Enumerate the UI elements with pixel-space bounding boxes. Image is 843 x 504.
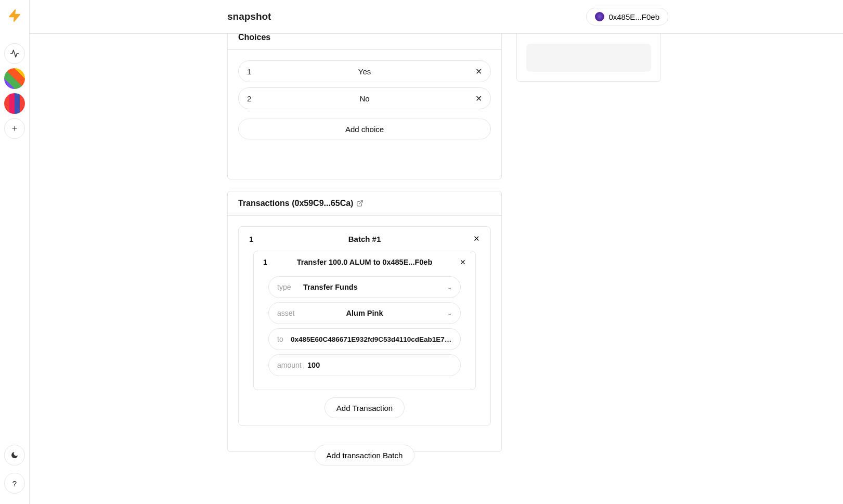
transactions-title: Transactions (0x59C9...65Ca) <box>238 199 353 208</box>
amount-input[interactable]: amount 100 <box>268 354 461 376</box>
transactions-card: Transactions (0x59C9...65Ca) 1 Batch #1 … <box>227 191 502 452</box>
amount-label: amount <box>277 361 303 369</box>
dark-mode-toggle[interactable] <box>4 445 25 466</box>
transfer-index: 1 <box>263 258 267 266</box>
choice-label: Yes <box>239 67 490 76</box>
add-transaction-button[interactable]: Add Transaction <box>325 397 405 418</box>
choice-row-1[interactable]: 1 Yes ✕ <box>238 60 491 82</box>
topbar: snapshot 0x485E...F0eb <box>30 0 843 34</box>
add-space-button[interactable] <box>4 118 25 139</box>
amount-value: 100 <box>307 361 320 369</box>
chevron-down-icon: ⌄ <box>447 310 452 317</box>
batch-index: 1 <box>249 235 253 243</box>
batch-container: 1 Batch #1 ✕ 1 Transfer 100.0 ALUM to 0x… <box>238 226 491 426</box>
svg-line-3 <box>359 201 362 204</box>
to-value: 0x485E60C486671E932fd9C53d4110cdEab1E7F0… <box>291 335 452 343</box>
wallet-avatar-icon <box>595 12 604 21</box>
type-label: type <box>277 283 299 291</box>
activity-icon[interactable] <box>4 43 25 64</box>
asset-select[interactable]: asset Alum Pink ⌄ <box>268 302 461 324</box>
chevron-down-icon: ⌄ <box>447 284 452 291</box>
wallet-address: 0x485E...F0eb <box>608 12 659 21</box>
choice-label: No <box>239 94 490 103</box>
transactions-title-row: Transactions (0x59C9...65Ca) <box>228 191 501 216</box>
external-link-icon[interactable] <box>356 200 364 207</box>
wallet-button[interactable]: 0x485E...F0eb <box>586 8 668 25</box>
asset-label: asset <box>277 309 299 317</box>
transfer-header: 1 Transfer 100.0 ALUM to 0x485E...F0eb ✕ <box>254 251 475 273</box>
choice-index: 2 <box>247 94 251 103</box>
help-button[interactable]: ? <box>4 473 25 494</box>
space-avatar-2[interactable] <box>4 93 25 114</box>
add-choice-button[interactable]: Add choice <box>238 119 491 139</box>
svg-marker-0 <box>9 10 20 21</box>
remove-choice-icon[interactable]: ✕ <box>475 94 482 104</box>
to-input[interactable]: to 0x485E60C486671E932fd9C53d4110cdEab1E… <box>268 328 461 350</box>
remove-batch-icon[interactable]: ✕ <box>473 234 480 243</box>
main-content: Choices 1 Yes ✕ 2 No ✕ Add choice Transa… <box>30 34 843 504</box>
right-card-placeholder[interactable] <box>526 44 651 72</box>
choices-card: Choices 1 Yes ✕ 2 No ✕ Add choice <box>227 34 502 179</box>
brand-title: snapshot <box>227 11 271 22</box>
add-batch-button[interactable]: Add transaction Batch <box>315 445 415 466</box>
remove-choice-icon[interactable]: ✕ <box>475 67 482 76</box>
logo-icon[interactable] <box>7 8 22 23</box>
remove-transfer-icon[interactable]: ✕ <box>460 258 466 266</box>
space-avatar-1[interactable] <box>4 68 25 89</box>
choice-row-2[interactable]: 2 No ✕ <box>238 87 491 109</box>
transfer-box: 1 Transfer 100.0 ALUM to 0x485E...F0eb ✕… <box>253 251 476 390</box>
batch-title: Batch #1 <box>239 235 490 243</box>
choices-title: Choices <box>228 34 501 50</box>
batch-header: 1 Batch #1 ✕ <box>239 227 490 251</box>
type-value: Transfer Funds <box>303 283 358 291</box>
sidebar: ? <box>0 0 30 504</box>
choice-index: 1 <box>247 67 251 76</box>
transfer-title: Transfer 100.0 ALUM to 0x485E...F0eb <box>254 258 475 266</box>
right-side-card <box>516 34 661 82</box>
to-label: to <box>277 335 287 343</box>
type-select[interactable]: type Transfer Funds ⌄ <box>268 276 461 298</box>
